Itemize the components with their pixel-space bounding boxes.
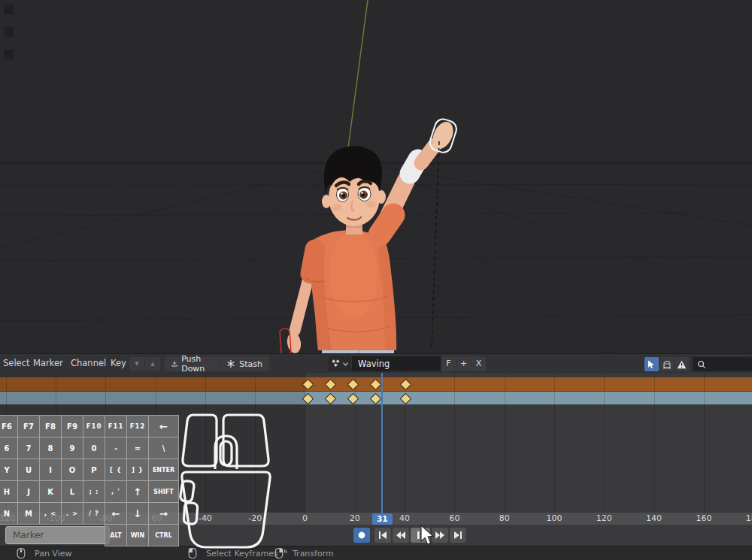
mouse-left-button [183, 415, 217, 466]
key-[{: [ { [105, 459, 127, 481]
jump-last-button[interactable] [450, 528, 466, 543]
key-=: = [126, 437, 149, 459]
key-F12: F12 [126, 415, 149, 437]
key-F7: F7 [17, 415, 40, 437]
dopesheet-header: Select Marker Channel Key ▼ ▲ Push Down … [0, 353, 752, 373]
prev-key-button[interactable] [393, 528, 409, 543]
ik-target-line [432, 141, 439, 347]
show-errors-filter-button[interactable] [675, 357, 689, 371]
mouse-middle-icon [17, 547, 29, 559]
key-F11: F11 [105, 415, 127, 437]
ruler-tick-160: 160 [687, 513, 720, 525]
key-0: 0 [83, 437, 105, 459]
ruler-tick-20: 20 [338, 513, 371, 525]
gridline [704, 373, 705, 513]
show-hidden-filter-button[interactable] [660, 357, 674, 371]
key-P: P [83, 459, 105, 481]
menu-key[interactable]: Key [111, 354, 126, 373]
gridline [355, 373, 356, 513]
overlay-mark [4, 5, 14, 14]
marker-field[interactable]: Marker [5, 526, 110, 544]
screencast-mouse [179, 412, 277, 554]
new-action-button[interactable]: + [456, 356, 471, 371]
gridline [554, 373, 555, 513]
key-Y: Y [0, 459, 18, 481]
search-icon [697, 360, 706, 369]
key-N: N [0, 502, 18, 525]
key-.>: . > [61, 502, 83, 525]
ruler-tick-120: 120 [587, 513, 620, 525]
key-U: U [17, 459, 40, 481]
mouse-body [182, 472, 270, 547]
stash-button[interactable]: Stash [220, 356, 269, 371]
key-SHIFT: SHIFT [148, 480, 179, 503]
key-H: H [0, 480, 18, 503]
key-F8: F8 [39, 415, 62, 437]
unlink-action-button[interactable]: X [472, 356, 486, 371]
ruler-tick-80: 80 [488, 513, 521, 525]
key-F6: F6 [0, 415, 18, 437]
key-/?: / ? [83, 502, 105, 525]
action-selector-dropdown[interactable] [329, 356, 351, 371]
record-button[interactable] [353, 528, 370, 543]
3d-viewport[interactable] [0, 0, 752, 353]
key-M: M [17, 502, 40, 525]
key-9: 9 [61, 437, 83, 459]
only-selected-filter-button[interactable] [644, 357, 659, 371]
key-←: ← [148, 415, 179, 437]
ruler-tick-140: 140 [638, 513, 671, 525]
action-datablock: Waving F + X [329, 356, 486, 371]
action-operations: Push Down Stash [165, 356, 269, 371]
key-I: I [39, 459, 62, 481]
key-ALT: ALT [105, 524, 127, 546]
ruler-tick-0: 0 [289, 513, 322, 525]
playback-controls [353, 528, 466, 543]
ghost-icon [663, 360, 672, 369]
blender-window: { "colors": { "accent_blue": "#4a7ab8", … [0, 0, 752, 560]
key-6: 6 [0, 437, 18, 459]
current-frame-line[interactable] [381, 373, 383, 525]
key-\: \ [148, 437, 179, 459]
menu-channel[interactable]: Channel [71, 354, 106, 373]
gridline [604, 373, 605, 513]
current-frame-badge[interactable]: 31 [372, 513, 393, 525]
key-WIN: WIN [126, 524, 149, 546]
y-axis-line [347, 0, 368, 153]
push-down-button[interactable]: Push Down [165, 356, 220, 371]
move-channel-up-button[interactable]: ▲ [145, 357, 160, 371]
key-CTRL: CTRL [148, 524, 179, 546]
action-name-field[interactable]: Waving [352, 356, 441, 371]
key-↑: ↑ [126, 480, 149, 503]
action-icon [332, 359, 341, 368]
fake-user-button[interactable]: F [441, 356, 456, 371]
stash-snowflake-icon [226, 359, 235, 368]
search-input[interactable] [693, 357, 752, 371]
key-L: L [61, 480, 83, 503]
overlay-mark [4, 27, 14, 37]
menu-marker[interactable]: Marker [33, 354, 63, 373]
menu-select[interactable]: Select [3, 354, 29, 373]
viewport-scene [0, 0, 752, 353]
status-hint-0: Pan View [17, 546, 71, 560]
key-ENTER: ENTER [148, 459, 179, 481]
ruler-tick-180: 180 [737, 513, 752, 525]
key-,<: , < [39, 502, 62, 525]
gridline [654, 373, 655, 513]
key--: - [105, 437, 127, 459]
key-J: J [17, 480, 40, 503]
move-channel-down-button[interactable]: ▼ [129, 357, 144, 371]
chevron-down-icon [343, 362, 348, 366]
gridline [505, 373, 505, 513]
key-K: K [39, 480, 62, 503]
cursor-arrow-icon [647, 360, 656, 369]
warning-icon [677, 360, 687, 369]
mouse-cursor [420, 525, 435, 549]
key-F10: F10 [83, 415, 105, 437]
key-]}: ] } [126, 459, 149, 481]
ruler-tick-100: 100 [538, 513, 571, 525]
mouse-right-button [223, 415, 268, 466]
jump-first-button[interactable] [374, 528, 391, 543]
key-7: 7 [17, 437, 40, 459]
character[interactable] [286, 119, 457, 353]
ruler-tick-60: 60 [438, 513, 471, 525]
